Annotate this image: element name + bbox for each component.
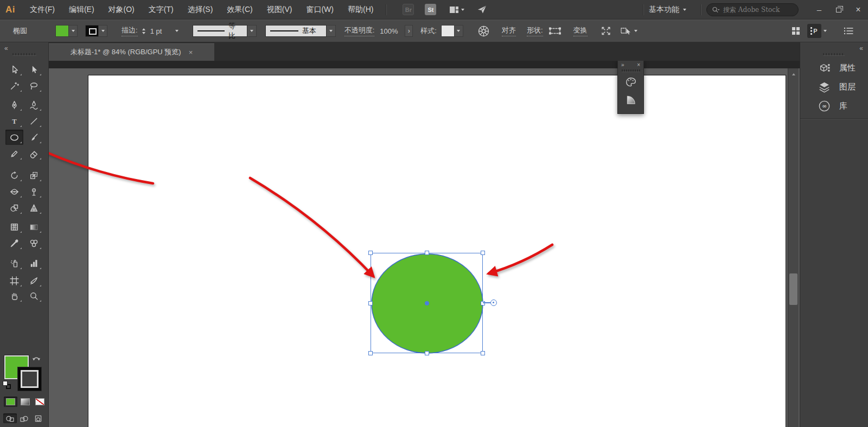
paintbrush-tool[interactable] — [25, 130, 43, 145]
gradient-panel-button[interactable] — [623, 92, 639, 108]
scale-tool[interactable] — [25, 168, 43, 183]
fill-color-swatch[interactable] — [56, 26, 69, 36]
menu-window[interactable]: 窗口(W) — [299, 0, 341, 19]
brush-definition-dropdown[interactable]: 基本 — [265, 25, 327, 37]
center-point[interactable] — [425, 301, 429, 305]
opacity-expand-button[interactable]: › — [405, 25, 413, 37]
stepper-down-icon[interactable] — [142, 32, 145, 34]
stepper-up-icon[interactable] — [142, 28, 145, 30]
scroll-up-button[interactable] — [788, 69, 799, 79]
align-label[interactable]: 对齐 — [502, 26, 516, 36]
eraser-tool[interactable] — [25, 146, 43, 161]
opacity-label[interactable]: 不透明度: — [344, 26, 375, 36]
handle-top-center[interactable] — [425, 251, 429, 255]
swap-fill-stroke-icon[interactable] — [31, 356, 41, 364]
artboard[interactable] — [88, 75, 786, 427]
color-panel-button[interactable] — [623, 74, 639, 91]
panel-close-button[interactable]: × — [637, 62, 640, 68]
dock-grip[interactable] — [823, 53, 845, 56]
type-tool[interactable]: T — [5, 113, 23, 129]
pen-tool[interactable] — [5, 97, 23, 112]
stock-button[interactable]: St — [425, 4, 436, 15]
artboard-tool[interactable] — [5, 273, 23, 288]
zoom-tool[interactable] — [25, 288, 43, 303]
color-mode-button[interactable] — [4, 397, 17, 407]
restore-button[interactable] — [829, 5, 848, 14]
chevron-down-icon[interactable] — [824, 30, 827, 32]
gradient-tool[interactable] — [25, 219, 43, 234]
stroke-weight-dropdown-icon[interactable] — [175, 30, 178, 32]
pie-widget-handle[interactable] — [490, 299, 497, 306]
handle-bottom-left[interactable] — [368, 351, 373, 355]
minimize-button[interactable]: – — [809, 5, 829, 14]
menu-object[interactable]: 对象(O) — [101, 0, 142, 19]
workspace-switcher[interactable]: 基本功能 — [649, 5, 686, 15]
curvature-tool[interactable] — [25, 97, 43, 112]
none-mode-button[interactable] — [33, 397, 47, 407]
recolor-artwork-icon[interactable] — [477, 25, 490, 37]
toolbar-collapse-button[interactable]: « — [4, 44, 8, 52]
lasso-tool[interactable] — [25, 78, 43, 93]
draw-normal-button[interactable] — [3, 413, 17, 423]
stock-search-box[interactable] — [706, 3, 799, 16]
default-colors-icon[interactable] — [3, 381, 12, 390]
fill-color-dropdown[interactable] — [69, 26, 77, 36]
slice-tool[interactable] — [25, 273, 43, 288]
stroke-color-dropdown[interactable] — [99, 26, 107, 36]
puppet-warp-tool[interactable] — [25, 184, 43, 199]
dock-item-properties[interactable]: 属性 — [800, 59, 868, 78]
ellipse-tool[interactable] — [5, 130, 23, 145]
eyedropper-tool[interactable] — [5, 235, 23, 251]
stroke-color-indicator[interactable] — [18, 367, 41, 391]
rotate-tool[interactable] — [5, 168, 23, 183]
share-button[interactable] — [477, 5, 487, 14]
tab-close-icon[interactable]: × — [189, 48, 193, 56]
menu-effect[interactable]: 效果(C) — [220, 0, 259, 19]
gradient-mode-button[interactable] — [18, 397, 32, 407]
menu-edit[interactable]: 编辑(E) — [62, 0, 101, 19]
expand-arrows-icon[interactable] — [601, 27, 611, 35]
style-dropdown[interactable] — [455, 26, 463, 36]
menu-file[interactable]: 文件(F) — [23, 0, 62, 19]
menu-select[interactable]: 选择(S) — [181, 0, 220, 19]
stroke-weight-label[interactable]: 描边: — [122, 26, 138, 36]
close-button[interactable]: × — [848, 5, 868, 15]
selection-tool[interactable] — [5, 62, 23, 77]
workspace-layout-button[interactable] — [449, 6, 464, 14]
floating-panel-grip[interactable] — [622, 69, 640, 72]
blend-tool[interactable] — [25, 235, 43, 251]
perspective-grid-tool[interactable] — [25, 200, 43, 215]
menu-type[interactable]: 文字(T) — [142, 0, 181, 19]
properties-panel-button[interactable]: P — [807, 24, 821, 38]
menu-view[interactable]: 视图(V) — [260, 0, 299, 19]
bridge-button[interactable]: Br — [403, 4, 414, 15]
chevron-down-icon[interactable] — [634, 30, 637, 32]
toolbar-grip[interactable] — [12, 53, 36, 56]
pencil-tool[interactable] — [5, 146, 23, 161]
mesh-tool[interactable] — [5, 219, 23, 234]
handle-middle-left[interactable] — [368, 301, 373, 305]
opacity-value[interactable]: 100% — [380, 27, 405, 35]
dock-collapse-button[interactable]: « — [859, 44, 863, 52]
shape-builder-tool[interactable] — [5, 200, 23, 215]
symbol-sprayer-tool[interactable] — [5, 256, 23, 271]
brush-definition-chevron[interactable] — [327, 25, 336, 37]
hand-tool[interactable] — [5, 288, 23, 303]
vertical-scrollbar[interactable] — [788, 68, 799, 427]
handle-bottom-right[interactable] — [481, 351, 485, 355]
menu-list-icon[interactable] — [843, 27, 854, 35]
shape-label[interactable]: 形状: — [527, 26, 543, 36]
handle-top-left[interactable] — [368, 251, 373, 255]
select-behavior-icon[interactable] — [620, 27, 632, 35]
draw-behind-button[interactable] — [17, 413, 31, 423]
handle-top-right[interactable] — [481, 251, 485, 255]
direct-selection-tool[interactable] — [25, 62, 43, 77]
document-tab[interactable]: 未标题-1* @ 84% (RGB/GPU 预览) × — [49, 43, 214, 61]
draw-inside-button[interactable] — [31, 413, 45, 423]
dock-item-libraries[interactable]: ∞库 — [800, 97, 868, 116]
width-profile-dropdown[interactable]: 等比 — [193, 25, 247, 37]
stroke-weight-stepper[interactable] — [142, 28, 145, 34]
stroke-weight-value[interactable]: 1 pt — [150, 27, 173, 35]
width-tool[interactable] — [5, 184, 23, 199]
shape-options-icon[interactable] — [547, 27, 563, 35]
